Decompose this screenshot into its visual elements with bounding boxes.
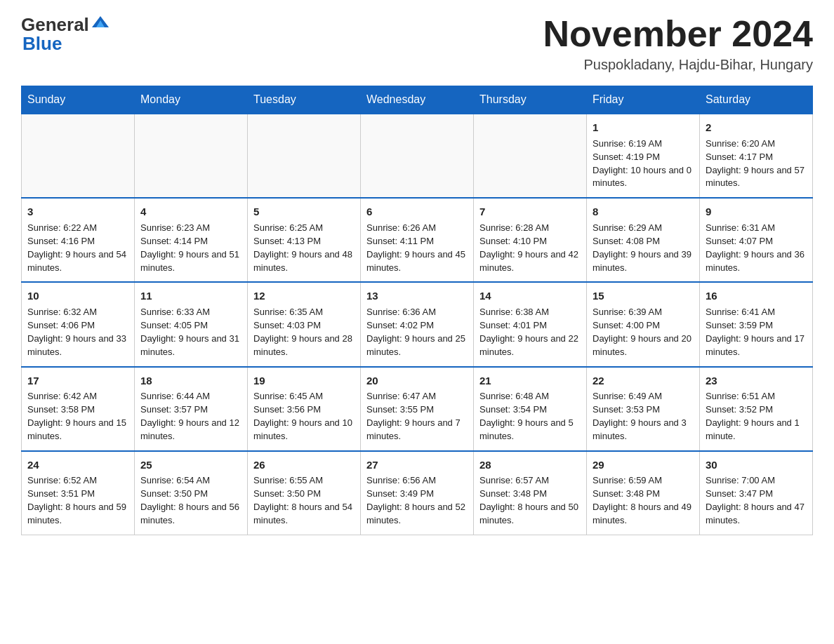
sunset-text: Sunset: 3:48 PM: [593, 488, 660, 499]
calendar-body: 1Sunrise: 6:19 AMSunset: 4:19 PMDaylight…: [22, 114, 813, 535]
calendar-cell: 6Sunrise: 6:26 AMSunset: 4:11 PMDaylight…: [361, 198, 474, 282]
sunset-text: Sunset: 3:55 PM: [366, 404, 434, 415]
sunrise-text: Sunrise: 6:28 AM: [479, 222, 549, 233]
sunrise-text: Sunrise: 6:55 AM: [253, 475, 323, 485]
day-number: 6: [366, 204, 468, 220]
logo-icon: [91, 12, 110, 32]
sunrise-text: Sunrise: 6:23 AM: [140, 222, 210, 233]
sunrise-text: Sunrise: 6:48 AM: [479, 391, 549, 401]
day-of-week-header: Saturday: [700, 86, 813, 114]
sunset-text: Sunset: 4:11 PM: [366, 236, 434, 246]
sunset-text: Sunset: 3:53 PM: [593, 404, 660, 415]
calendar-cell: 5Sunrise: 6:25 AMSunset: 4:13 PMDaylight…: [248, 198, 361, 282]
calendar-cell: 14Sunrise: 6:38 AMSunset: 4:01 PMDayligh…: [474, 282, 587, 366]
calendar-week-row: 17Sunrise: 6:42 AMSunset: 3:58 PMDayligh…: [22, 367, 813, 451]
daylight-text: Daylight: 9 hours and 5 minutes.: [479, 417, 574, 441]
day-number: 1: [593, 120, 694, 135]
day-of-week-header: Thursday: [474, 86, 587, 114]
day-of-week-header: Monday: [135, 86, 248, 114]
daylight-text: Daylight: 9 hours and 20 minutes.: [593, 333, 691, 357]
month-title: November 2024: [543, 14, 813, 54]
calendar-cell: 9Sunrise: 6:31 AMSunset: 4:07 PMDaylight…: [700, 198, 813, 282]
logo-blue-text: Blue: [22, 33, 62, 55]
calendar-cell: 10Sunrise: 6:32 AMSunset: 4:06 PMDayligh…: [22, 282, 135, 366]
title-section: November 2024 Puspokladany, Hajdu-Bihar,…: [543, 14, 813, 73]
sunset-text: Sunset: 4:19 PM: [593, 152, 660, 162]
day-number: 25: [140, 457, 241, 473]
calendar-week-row: 3Sunrise: 6:22 AMSunset: 4:16 PMDaylight…: [22, 198, 813, 282]
sunset-text: Sunset: 3:49 PM: [366, 488, 434, 499]
day-number: 23: [706, 373, 807, 389]
calendar-cell: 26Sunrise: 6:55 AMSunset: 3:50 PMDayligh…: [248, 451, 361, 535]
sunset-text: Sunset: 3:48 PM: [479, 488, 547, 499]
daylight-text: Daylight: 9 hours and 25 minutes.: [366, 333, 465, 357]
calendar-cell: 4Sunrise: 6:23 AMSunset: 4:14 PMDaylight…: [135, 198, 248, 282]
daylight-text: Daylight: 9 hours and 3 minutes.: [593, 417, 687, 441]
day-number: 20: [366, 373, 468, 389]
calendar-cell: [474, 114, 587, 198]
sunset-text: Sunset: 4:05 PM: [140, 320, 208, 330]
day-number: 19: [253, 373, 355, 389]
sunrise-text: Sunrise: 6:31 AM: [706, 222, 775, 233]
calendar-cell: [135, 114, 248, 198]
calendar-cell: 18Sunrise: 6:44 AMSunset: 3:57 PMDayligh…: [135, 367, 248, 451]
day-number: 9: [706, 204, 807, 220]
sunset-text: Sunset: 4:16 PM: [27, 236, 95, 246]
sunset-text: Sunset: 3:54 PM: [479, 404, 547, 415]
day-of-week-header: Tuesday: [248, 86, 361, 114]
sunrise-text: Sunrise: 6:29 AM: [593, 222, 662, 233]
calendar-cell: 1Sunrise: 6:19 AMSunset: 4:19 PMDaylight…: [587, 114, 700, 198]
day-number: 30: [706, 457, 807, 473]
daylight-text: Daylight: 9 hours and 15 minutes.: [27, 417, 126, 441]
daylight-text: Daylight: 9 hours and 45 minutes.: [366, 249, 465, 273]
day-number: 12: [253, 288, 355, 304]
calendar-cell: 25Sunrise: 6:54 AMSunset: 3:50 PMDayligh…: [135, 451, 248, 535]
calendar-week-row: 10Sunrise: 6:32 AMSunset: 4:06 PMDayligh…: [22, 282, 813, 366]
daylight-text: Daylight: 9 hours and 33 minutes.: [27, 333, 126, 357]
page-header: General Blue November 2024 Puspokladany,…: [21, 14, 813, 73]
day-number: 7: [479, 204, 581, 220]
daylight-text: Daylight: 9 hours and 42 minutes.: [479, 249, 578, 273]
sunset-text: Sunset: 3:52 PM: [706, 404, 773, 415]
day-number: 11: [140, 288, 241, 304]
logo: General Blue: [21, 14, 110, 55]
calendar-cell: 21Sunrise: 6:48 AMSunset: 3:54 PMDayligh…: [474, 367, 587, 451]
sunset-text: Sunset: 4:00 PM: [593, 320, 660, 330]
daylight-text: Daylight: 8 hours and 47 minutes.: [706, 502, 805, 525]
calendar-cell: 8Sunrise: 6:29 AMSunset: 4:08 PMDaylight…: [587, 198, 700, 282]
daylight-text: Daylight: 8 hours and 49 minutes.: [593, 502, 691, 525]
calendar-cell: 24Sunrise: 6:52 AMSunset: 3:51 PMDayligh…: [22, 451, 135, 535]
sunrise-text: Sunrise: 6:41 AM: [706, 307, 775, 317]
daylight-text: Daylight: 9 hours and 39 minutes.: [593, 249, 691, 273]
sunrise-text: Sunrise: 6:39 AM: [593, 307, 662, 317]
sunset-text: Sunset: 4:03 PM: [253, 320, 321, 330]
sunrise-text: Sunrise: 6:59 AM: [593, 475, 662, 485]
calendar-cell: 27Sunrise: 6:56 AMSunset: 3:49 PMDayligh…: [361, 451, 474, 535]
daylight-text: Daylight: 9 hours and 1 minute.: [706, 417, 800, 441]
daylight-text: Daylight: 9 hours and 31 minutes.: [140, 333, 239, 357]
daylight-text: Daylight: 8 hours and 52 minutes.: [366, 502, 465, 525]
daylight-text: Daylight: 9 hours and 28 minutes.: [253, 333, 352, 357]
calendar-cell: 2Sunrise: 6:20 AMSunset: 4:17 PMDaylight…: [700, 114, 813, 198]
sunset-text: Sunset: 4:17 PM: [706, 152, 773, 162]
day-number: 4: [140, 204, 241, 220]
sunrise-text: Sunrise: 6:57 AM: [479, 475, 549, 485]
calendar-cell: 3Sunrise: 6:22 AMSunset: 4:16 PMDaylight…: [22, 198, 135, 282]
day-of-week-header: Wednesday: [361, 86, 474, 114]
sunrise-text: Sunrise: 6:47 AM: [366, 391, 436, 401]
sunrise-text: Sunrise: 6:33 AM: [140, 307, 210, 317]
sunset-text: Sunset: 4:02 PM: [366, 320, 434, 330]
day-number: 10: [27, 288, 128, 304]
calendar-cell: 30Sunrise: 7:00 AMSunset: 3:47 PMDayligh…: [700, 451, 813, 535]
day-number: 29: [593, 457, 694, 473]
daylight-text: Daylight: 9 hours and 54 minutes.: [27, 249, 126, 273]
day-number: 21: [479, 373, 581, 389]
sunset-text: Sunset: 3:56 PM: [253, 404, 321, 415]
day-number: 22: [593, 373, 694, 389]
daylight-text: Daylight: 9 hours and 51 minutes.: [140, 249, 239, 273]
sunrise-text: Sunrise: 6:19 AM: [593, 138, 662, 149]
day-number: 28: [479, 457, 581, 473]
sunset-text: Sunset: 4:13 PM: [253, 236, 321, 246]
sunrise-text: Sunrise: 6:26 AM: [366, 222, 436, 233]
calendar-cell: 13Sunrise: 6:36 AMSunset: 4:02 PMDayligh…: [361, 282, 474, 366]
